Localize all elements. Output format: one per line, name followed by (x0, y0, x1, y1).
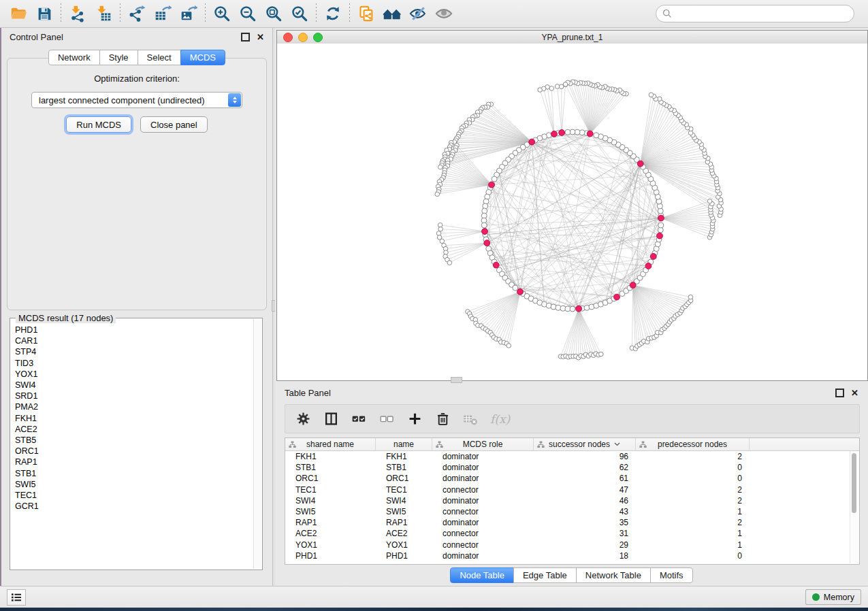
import-network-button[interactable] (65, 2, 91, 25)
close-panel-icon[interactable]: ✕ (851, 389, 858, 397)
table-cell: 2 (636, 496, 750, 506)
table-row[interactable]: RAP1RAP1dominator352 (285, 517, 859, 528)
list-item[interactable]: STB1 (15, 468, 254, 479)
table-scrollbar[interactable] (850, 451, 858, 563)
show-graphics-details-icon (434, 4, 453, 23)
unchecked-boxes-icon (379, 412, 394, 427)
column-header-mcds-role[interactable]: MCDS role (432, 438, 534, 451)
list-item[interactable]: RAP1 (15, 457, 254, 467)
save-session-button[interactable] (31, 2, 57, 25)
network-canvas[interactable] (277, 44, 867, 380)
delete-column-button[interactable] (434, 411, 451, 427)
table-cell: dominator (432, 551, 534, 561)
run-mcds-button[interactable]: Run MCDS (66, 116, 131, 133)
list-item[interactable]: SRD1 (15, 391, 254, 401)
table-row[interactable]: PHD1PHD1dominator180 (285, 550, 859, 561)
list-item[interactable]: SWI4 (15, 380, 254, 391)
mcds-result-scrollbar[interactable] (253, 319, 261, 569)
list-item[interactable]: ACE2 (15, 424, 254, 435)
zoom-selected-button[interactable] (287, 2, 312, 25)
table-cell: ORC1 (376, 474, 432, 483)
table-cell: PHD1 (376, 551, 432, 561)
list-item[interactable]: STB5 (15, 435, 254, 446)
list-item[interactable]: FKH1 (15, 413, 254, 424)
list-item[interactable]: SWI5 (15, 479, 254, 490)
zoom-out-button[interactable] (235, 2, 261, 25)
deselect-all-rows-button[interactable] (379, 411, 395, 427)
tab-motifs[interactable]: Motifs (650, 567, 693, 583)
clone-network-button[interactable] (353, 2, 379, 25)
close-panel-button[interactable]: Close panel (140, 116, 208, 133)
column-header-shared-name[interactable]: shared name (285, 438, 376, 451)
export-image-button[interactable] (176, 2, 202, 25)
table-row[interactable]: YOX1YOX1connector291 (285, 540, 859, 550)
table-settings-button[interactable] (295, 411, 311, 427)
open-session-button[interactable] (5, 2, 31, 25)
tab-network[interactable]: Network (48, 50, 100, 65)
export-table-button[interactable] (150, 2, 176, 25)
table-row[interactable]: SWI5SWI5connector431 (285, 506, 859, 517)
table-row[interactable]: ORC1ORC1dominator610 (285, 473, 859, 484)
list-item[interactable]: TID3 (15, 358, 254, 369)
search-box[interactable] (656, 5, 854, 22)
show-graphics-details-button[interactable] (431, 2, 457, 25)
float-panel-icon[interactable] (241, 33, 250, 42)
hide-graphics-details-button[interactable] (405, 2, 431, 25)
toolbar-separator (316, 3, 317, 24)
table-row[interactable]: FKH1FKH1dominator962 (285, 451, 859, 462)
mcds-result-list[interactable]: PHD1CAR1STP4TID3YOX1SWI4SRD1PMA2FKH1ACE2… (11, 319, 254, 569)
list-item[interactable]: YOX1 (15, 369, 254, 380)
table-row[interactable]: TEC1TEC1connector472 (285, 484, 859, 495)
column-header-predecessor-nodes[interactable]: predecessor nodes (636, 438, 750, 451)
close-panel-icon[interactable]: ✕ (257, 33, 264, 42)
control-panel-titlebar: Control Panel ✕ (1, 28, 272, 46)
criterion-dropdown[interactable]: largest connected component (undirected) (31, 92, 242, 108)
list-item[interactable]: GCR1 (15, 501, 254, 512)
control-panel-title: Control Panel (10, 32, 63, 42)
list-item[interactable]: PHD1 (15, 325, 254, 335)
table-cell: 29 (534, 540, 636, 550)
desktop-wallpaper-bottom (0, 608, 868, 611)
horizontal-splitter-handle[interactable] (451, 377, 462, 383)
add-column-button[interactable] (406, 411, 423, 427)
list-item[interactable]: CAR1 (15, 335, 254, 346)
zoom-in-icon (213, 5, 231, 22)
table-row[interactable]: SWI4SWI4dominator462 (285, 495, 859, 506)
show-panels-menu-button[interactable] (7, 589, 26, 606)
list-item[interactable]: TEC1 (15, 490, 254, 501)
network-window-titlebar[interactable]: YPA_prune.txt_1 (277, 31, 867, 44)
zoom-in-button[interactable] (209, 2, 235, 25)
memory-button[interactable]: Memory (805, 589, 861, 605)
table-row[interactable]: ACE2ACE2connector311 (285, 528, 859, 539)
double-house-button[interactable] (379, 2, 405, 25)
tab-select[interactable]: Select (138, 50, 181, 65)
table-scrollbar-thumb[interactable] (852, 453, 856, 513)
column-header-successor-nodes[interactable]: successor nodes (534, 438, 636, 451)
import-table-button[interactable] (91, 2, 116, 25)
column-header-name[interactable]: name (376, 438, 432, 451)
table-row[interactable]: STB1STB1dominator620 (285, 462, 859, 473)
show-column-panel-button[interactable] (323, 411, 339, 427)
zoom-fit-button[interactable] (261, 2, 287, 25)
list-item[interactable]: STP4 (15, 346, 254, 357)
list-icon (10, 592, 22, 603)
sort-descending-icon (614, 442, 620, 446)
tab-node-table[interactable]: Node Table (450, 567, 514, 583)
tab-network-table[interactable]: Network Table (576, 567, 651, 583)
mcds-result-box: MCDS result (17 nodes) PHD1CAR1STP4TID3Y… (10, 318, 263, 570)
criterion-dropdown-value: largest connected component (undirected) (32, 95, 228, 105)
tab-edge-table[interactable]: Edge Table (513, 567, 577, 583)
list-item[interactable]: ORC1 (15, 446, 254, 457)
refresh-button[interactable] (320, 2, 346, 25)
tab-style[interactable]: Style (99, 50, 138, 65)
search-input[interactable] (676, 8, 848, 20)
table-cell: ORC1 (285, 474, 376, 483)
tab-mcds[interactable]: MCDS (180, 50, 225, 65)
list-item[interactable]: PMA2 (15, 401, 254, 412)
optimization-criterion-label: Optimization criterion: (7, 73, 266, 84)
export-network-button[interactable] (124, 2, 150, 25)
delete-table-button[interactable] (462, 411, 479, 427)
select-all-rows-button[interactable] (351, 411, 367, 427)
float-panel-icon[interactable] (835, 389, 844, 397)
table-cell: dominator (432, 518, 534, 527)
